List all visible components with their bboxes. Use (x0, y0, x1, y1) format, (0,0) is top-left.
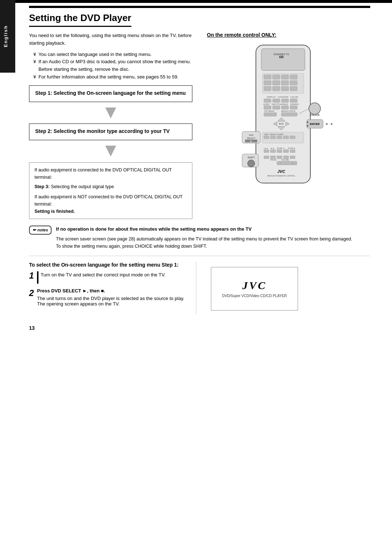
bullet-item: You can select the language used in the … (33, 51, 192, 58)
optional-box: If audio equipment is connected to the D… (29, 162, 192, 219)
svg-rect-25 (290, 99, 297, 102)
svg-rect-59 (270, 136, 275, 139)
svg-rect-62 (290, 136, 295, 139)
left-column: You need to set the following, using the… (29, 32, 192, 219)
svg-text:SHIFT: SHIFT (248, 156, 255, 159)
step2-sub1: The unit turns on and the DVD player is … (37, 296, 184, 301)
step3-label: Step 3: Selecting the output signal type (34, 183, 187, 190)
svg-rect-58 (264, 136, 269, 139)
svg-rect-60 (277, 136, 282, 139)
step-arrow-2 (29, 144, 192, 160)
svg-rect-16 (273, 86, 280, 91)
step1-header: Step 1: Selecting the On-screen language… (35, 90, 186, 96)
svg-rect-9 (281, 75, 289, 79)
svg-text:Ο/Ι: Ο/Ι (279, 55, 283, 59)
step2-header: Step 2: Selecting the monitor type accor… (35, 128, 186, 134)
svg-text:RM-SLKA70-REMOTE CONTROL: RM-SLKA70-REMOTE CONTROL (268, 175, 295, 177)
intro-text: You need to set the following, using the… (29, 32, 192, 47)
svg-text:FM/AM: FM/AM (270, 133, 275, 135)
svg-rect-12 (273, 81, 280, 85)
language-tab: English (0, 0, 15, 73)
bottom-step1: 1 Turn on the TV and select the correct … (29, 271, 185, 284)
svg-text:TAPE: TAPE (264, 133, 269, 135)
svg-rect-22 (264, 99, 271, 102)
svg-text:COLOR: COLOR (290, 96, 298, 98)
svg-rect-76 (290, 156, 295, 159)
section-divider (29, 6, 370, 8)
svg-rect-37 (281, 113, 297, 116)
svg-text:SLOW ◄: SLOW ◄ (277, 147, 285, 149)
bottom-right: JVC DVD/Super VCD/Video CD/CD PLAYER (196, 262, 370, 314)
svg-text:SELECT: SELECT (247, 137, 256, 139)
svg-marker-0 (105, 108, 116, 118)
page-number: 13 (29, 325, 370, 331)
finished-text: Setting is finished. (34, 208, 187, 215)
step1-text: Turn on the TV and select the correct in… (41, 271, 166, 279)
svg-text:►: ► (330, 122, 334, 126)
svg-text:DVD: DVD (249, 134, 254, 136)
svg-rect-75 (283, 156, 289, 159)
svg-rect-8 (273, 75, 280, 79)
svg-text:▲: ▲ (306, 120, 309, 123)
svg-text:＋: ＋ (291, 162, 294, 165)
bottom-section-title: To select the On-screen language for the… (29, 262, 185, 268)
step1-bar (37, 271, 38, 284)
svg-rect-33 (290, 106, 297, 109)
remote-label: On the remote control ONLY: (207, 32, 370, 38)
page-title: Setting the DVD Player (29, 12, 131, 27)
svg-rect-10 (290, 75, 297, 79)
svg-point-89 (309, 103, 320, 114)
svg-rect-73 (270, 156, 275, 159)
svg-rect-31 (273, 106, 280, 109)
not-connected-text: If audio equipment is NOT connected to t… (34, 193, 187, 208)
svg-rect-18 (290, 86, 297, 91)
svg-rect-23 (273, 99, 280, 102)
svg-rect-30 (264, 106, 271, 109)
svg-rect-3 (261, 49, 305, 70)
svg-text:►: ► (250, 140, 253, 142)
svg-text:DISPLAY: DISPLAY (267, 96, 276, 98)
notes-content: If no operation is done for about five m… (56, 226, 352, 250)
remote-svg: STANDBY-TV Ο/Ι (234, 41, 343, 194)
svg-rect-61 (283, 136, 289, 139)
svg-rect-72 (264, 156, 269, 159)
remote-control-image: STANDBY-TV Ο/Ι (234, 41, 343, 195)
svg-rect-68 (270, 150, 275, 153)
svg-text:SLOW ►: SLOW ► (288, 147, 295, 149)
svg-text:VOLUME: VOLUME (281, 159, 289, 161)
svg-text:TOP MENU: TOP MENU (264, 110, 274, 112)
step2-number: 2 (29, 288, 37, 298)
svg-rect-71 (290, 150, 295, 153)
svg-rect-13 (281, 81, 289, 85)
svg-text:ERASER: ERASER (290, 103, 299, 105)
svg-text:AUDIO: AUDIO (263, 103, 270, 105)
svg-text:JVC: JVC (277, 169, 285, 174)
step1-box: Step 1: Selecting the On-screen language… (29, 85, 192, 102)
svg-text:ANGLE: ANGLE (281, 103, 288, 105)
svg-text:SUB TITLE: SUB TITLE (271, 103, 282, 105)
svg-text:◄: ◄ (325, 122, 328, 126)
jvc-screen: JVC DVD/Super VCD/Video CD/CD PLAYER (211, 267, 298, 311)
notes-bold-text: If no operation is done for about five m… (56, 226, 352, 233)
svg-rect-69 (277, 150, 282, 153)
svg-text:tv/m: tv/m (279, 122, 283, 125)
svg-rect-74 (277, 156, 282, 159)
jvc-logo: JVC (242, 279, 266, 292)
svg-marker-1 (105, 146, 116, 157)
svg-text:PAUSE: PAUSE (270, 159, 277, 161)
svg-point-79 (248, 160, 255, 167)
notes-icon: ✏ notes (29, 226, 52, 235)
svg-text:AUX/MD: AUX/MD (276, 133, 283, 135)
svg-text:－: － (279, 162, 282, 165)
step-arrow-1 (29, 106, 192, 122)
svg-rect-14 (290, 81, 297, 85)
step1-number: 1 (29, 271, 37, 280)
svg-rect-32 (281, 106, 289, 109)
svg-rect-24 (281, 99, 289, 102)
jvc-subtitle: DVD/Super VCD/Video CD/CD PLAYER (222, 294, 287, 298)
notes-body: The screen saver screen (see page 28) au… (56, 235, 352, 250)
remote-area: STANDBY-TV Ο/Ι (207, 41, 370, 195)
bottom-left: To select the On-screen language for the… (29, 262, 196, 314)
svg-text:◄◄: ◄◄ (270, 147, 274, 149)
bullet-item: If an Audio CD or MP3 disc is loaded, yo… (33, 58, 192, 73)
